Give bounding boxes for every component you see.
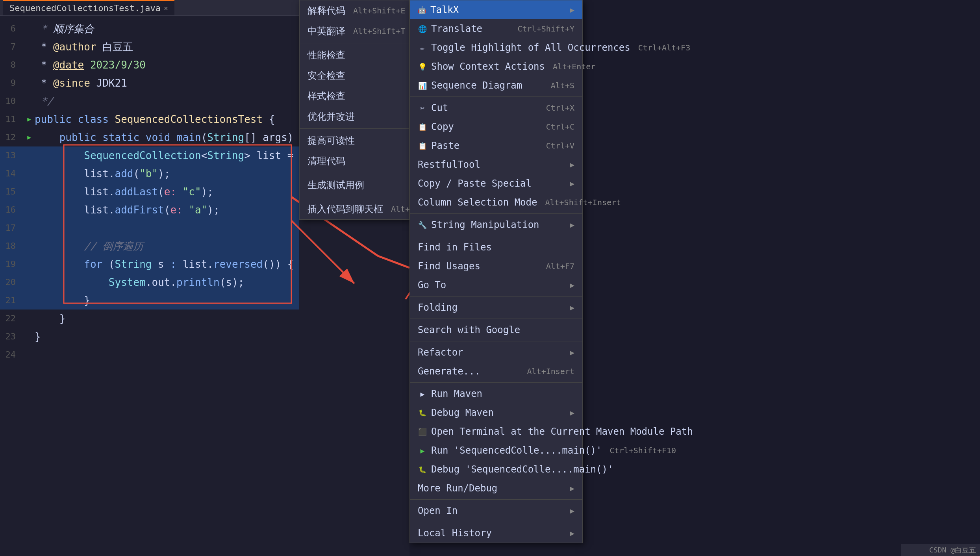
line-number: 23 bbox=[0, 328, 24, 346]
menu-item-label: 清理代码 bbox=[308, 155, 345, 167]
talkx-label: TalkX bbox=[430, 4, 459, 15]
menu-item-label: Toggle Highlight of All Occurrences bbox=[431, 42, 630, 53]
menu-item-column-selection[interactable]: Column Selection Mode Alt+Shift+Insert bbox=[410, 193, 582, 212]
menu-item-generate[interactable]: Generate... Alt+Insert bbox=[410, 362, 582, 381]
menu-item-shortcut: Alt+S bbox=[551, 81, 574, 90]
code-line-19: 19 for (String s : list.reversed()) { bbox=[0, 255, 299, 273]
menu-separator bbox=[410, 319, 582, 319]
menu-item-copy[interactable]: 📋 Copy Ctrl+C bbox=[410, 117, 582, 136]
line-number: 17 bbox=[0, 219, 24, 237]
tab-filename: SequencedCollectionsTest.java bbox=[9, 3, 161, 13]
menu-item-local-history[interactable]: Local History ▶ bbox=[410, 524, 582, 543]
status-text: CSDN @白豆五 bbox=[929, 545, 976, 555]
menu-item-search-google[interactable]: Search with Google bbox=[410, 321, 582, 339]
code-line-18: 18 // 倒序遍历 bbox=[0, 237, 299, 255]
menu-item-shortcut: Alt+Enter bbox=[553, 62, 595, 71]
menu-item-label: Find Usages bbox=[418, 261, 480, 272]
menu-item-translate[interactable]: 🌐 Translate Ctrl+Shift+Y bbox=[410, 19, 582, 38]
code-line-20: 20 System.out.println(s); bbox=[0, 273, 299, 291]
menu-separator bbox=[300, 173, 409, 173]
menu-item-label: Find in Files bbox=[418, 242, 492, 253]
code-text: */ bbox=[35, 92, 53, 110]
menu-item-label: Open In bbox=[418, 505, 458, 516]
code-text: list.addFirst(e: "a"); bbox=[35, 201, 220, 219]
menu-item-goto[interactable]: Go To ▶ bbox=[410, 276, 582, 295]
debug-maven-icon: 🐛 bbox=[418, 408, 427, 417]
menu-item-clean[interactable]: 清理代码 bbox=[300, 151, 409, 171]
menu-item-label: Debug 'SequencedColle....main()' bbox=[431, 464, 613, 475]
code-line-15: 15 list.addLast(e: "c"); bbox=[0, 183, 299, 201]
code-line-10: 10 */ bbox=[0, 92, 299, 110]
line-number: 16 bbox=[0, 201, 24, 219]
run-gutter-icon[interactable]: ▶ bbox=[24, 110, 35, 128]
menu-item-open-terminal-maven[interactable]: ⬛ Open Terminal at the Current Maven Mod… bbox=[410, 422, 582, 441]
menu-item-open-in[interactable]: Open In ▶ bbox=[410, 501, 582, 520]
line-number: 13 bbox=[0, 146, 24, 165]
menu-item-label: Copy / Paste Special bbox=[418, 178, 532, 189]
menu-item-debug-maven[interactable]: 🐛 Debug Maven ▶ bbox=[410, 403, 582, 422]
code-text: list.addLast(e: "c"); bbox=[35, 183, 213, 201]
menu-item-toggle-highlight[interactable]: ✏ Toggle Highlight of All Occurrences Ct… bbox=[410, 38, 582, 57]
debug-main-icon: 🐛 bbox=[418, 465, 427, 474]
line-number: 10 bbox=[0, 92, 24, 110]
menu-item-shortcut: Ctrl+Shift+F10 bbox=[609, 446, 676, 455]
code-text bbox=[35, 219, 41, 237]
code-text: } bbox=[35, 328, 41, 346]
menu-item-shortcut: Ctrl+X bbox=[546, 103, 574, 113]
menu-item-label: 中英翻译 bbox=[308, 25, 345, 37]
menu-item-style[interactable]: 样式检查 bbox=[300, 86, 409, 106]
code-text: for (String s : list.reversed()) { bbox=[35, 255, 294, 273]
menu-item-shortcut: Alt+Shift+Insert bbox=[545, 198, 621, 207]
menu-item-refactor[interactable]: Refactor ▶ bbox=[410, 343, 582, 362]
menu-item-shortcut: Ctrl+Shift+Y bbox=[518, 24, 575, 33]
menu-item-run-main[interactable]: ▶ Run 'SequencedColle....main()' Ctrl+Sh… bbox=[410, 441, 582, 460]
menu-item-restfultool[interactable]: RestfulTool ▶ bbox=[410, 155, 582, 174]
menu-item-sequence-diagram[interactable]: 📊 Sequence Diagram Alt+S bbox=[410, 76, 582, 95]
menu-item-folding[interactable]: Folding ▶ bbox=[410, 298, 582, 317]
menu-item-talkx[interactable]: 🤖 TalkX ▶ bbox=[410, 0, 582, 19]
menu-item-cut[interactable]: ✂ Cut Ctrl+X bbox=[410, 98, 582, 117]
menu-item-gen-test[interactable]: 生成测试用例 bbox=[300, 175, 409, 195]
code-text: * @author 白豆五 bbox=[35, 38, 133, 56]
menu-item-perf[interactable]: 性能检查 bbox=[300, 45, 409, 65]
line-number: 19 bbox=[0, 255, 24, 273]
menu-item-optimize[interactable]: 优化并改进 bbox=[300, 106, 409, 127]
code-line-11: 11 ▶ public class SequencedCollectionsTe… bbox=[0, 110, 299, 128]
code-line-14: 14 list.add("b"); bbox=[0, 165, 299, 183]
context-menu-chinese: 解释代码 Alt+Shift+E 中英翻译 Alt+Shift+T 性能检查 安… bbox=[299, 0, 409, 220]
menu-item-string-manipulation[interactable]: 🔧 String Manipulation ▶ bbox=[410, 215, 582, 234]
talkx-icon: 🤖 bbox=[418, 6, 426, 14]
menu-item-label: Debug Maven bbox=[431, 407, 494, 418]
menu-item-run-maven[interactable]: ▶ Run Maven bbox=[410, 384, 582, 403]
run-gutter-icon[interactable]: ▶ bbox=[24, 128, 35, 146]
tab-close-button[interactable]: × bbox=[164, 4, 168, 12]
menu-item-find-usages[interactable]: Find Usages Alt+F7 bbox=[410, 257, 582, 276]
menu-item-translate[interactable]: 中英翻译 Alt+Shift+T bbox=[300, 21, 409, 41]
talkx-label-group: 🤖 TalkX bbox=[418, 4, 459, 15]
menu-item-label: Search with Google bbox=[418, 324, 520, 335]
menu-item-copy-paste-special[interactable]: Copy / Paste Special ▶ bbox=[410, 174, 582, 193]
menu-item-readable[interactable]: 提高可读性 bbox=[300, 130, 409, 151]
line-number: 12 bbox=[0, 128, 24, 146]
editor-tab[interactable]: SequencedCollectionsTest.java × bbox=[3, 0, 174, 15]
menu-item-label: Cut bbox=[431, 102, 448, 113]
menu-item-debug-main[interactable]: 🐛 Debug 'SequencedColle....main()' bbox=[410, 460, 582, 479]
menu-item-insert-chat[interactable]: 插入代码到聊天框 Alt+Shift+I bbox=[300, 199, 409, 219]
menu-item-context-actions[interactable]: 💡 Show Context Actions Alt+Enter bbox=[410, 57, 582, 76]
menu-item-label: Translate bbox=[431, 23, 482, 34]
menu-item-shortcut: Alt+F7 bbox=[546, 261, 574, 271]
menu-item-shortcut: Ctrl+Alt+F3 bbox=[638, 43, 690, 52]
code-text: public class SequencedCollectionsTest { bbox=[35, 110, 275, 128]
menu-separator bbox=[410, 522, 582, 522]
menu-item-security[interactable]: 安全检查 bbox=[300, 65, 409, 86]
menu-item-more-run-debug[interactable]: More Run/Debug ▶ bbox=[410, 479, 582, 498]
code-text: * @date 2023/9/30 bbox=[35, 56, 146, 74]
menu-item-find-in-files[interactable]: Find in Files bbox=[410, 238, 582, 257]
code-text: // 倒序遍历 bbox=[35, 237, 143, 255]
menu-item-explain[interactable]: 解释代码 Alt+Shift+E bbox=[300, 0, 409, 21]
line-number: 8 bbox=[0, 56, 24, 74]
menu-item-label: Open Terminal at the Current Maven Modul… bbox=[431, 426, 693, 437]
menu-item-paste[interactable]: 📋 Paste Ctrl+V bbox=[410, 136, 582, 155]
menu-item-label: Sequence Diagram bbox=[431, 80, 522, 91]
submenu-arrow-icon: ▶ bbox=[570, 506, 574, 515]
